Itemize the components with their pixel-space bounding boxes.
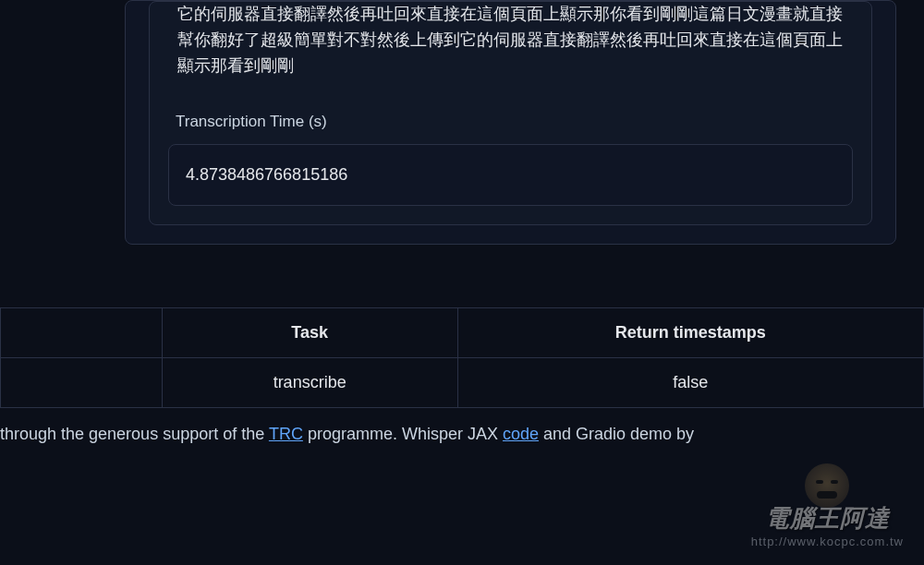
watermark-url: http://www.kocpc.com.tw (751, 535, 904, 548)
table-header-row: Task Return timestamps (1, 307, 924, 357)
settings-table: Task Return timestamps transcribe false (0, 307, 924, 408)
table-header-task: Task (162, 307, 457, 357)
watermark-title: 電腦王阿達 (765, 502, 890, 535)
table-header-empty (1, 307, 163, 357)
trc-link[interactable]: TRC (269, 425, 303, 443)
transcription-time-label: Transcription Time (s) (176, 113, 853, 131)
footer-text-suffix: and Gradio demo by (539, 425, 694, 443)
transcription-output: 它的伺服器直接翻譯然後再吐回來直接在這個頁面上顯示那你看到剛剛這篇日文漫畫就直接… (168, 2, 853, 96)
footer-text-prefix: through the generous support of the (0, 425, 269, 443)
settings-table-wrap: Task Return timestamps transcribe false (0, 307, 924, 408)
output-section: 它的伺服器直接翻譯然後再吐回來直接在這個頁面上顯示那你看到剛剛這篇日文漫畫就直接… (149, 1, 872, 225)
footer-attribution: through the generous support of the TRC … (0, 425, 924, 444)
result-panel: 它的伺服器直接翻譯然後再吐回來直接在這個頁面上顯示那你看到剛剛這篇日文漫畫就直接… (125, 0, 896, 245)
table-cell-timestamps: false (457, 357, 924, 407)
watermark: 電腦王阿達 http://www.kocpc.com.tw (751, 463, 904, 548)
table-row: transcribe false (1, 357, 924, 407)
table-cell-task: transcribe (162, 357, 457, 407)
table-header-timestamps: Return timestamps (457, 307, 924, 357)
code-link[interactable]: code (503, 425, 539, 443)
transcription-time-value: 4.8738486766815186 (168, 144, 853, 206)
watermark-face-icon (805, 463, 849, 508)
footer-text-mid: programme. Whisper JAX (303, 425, 503, 443)
table-cell-empty (1, 357, 163, 407)
